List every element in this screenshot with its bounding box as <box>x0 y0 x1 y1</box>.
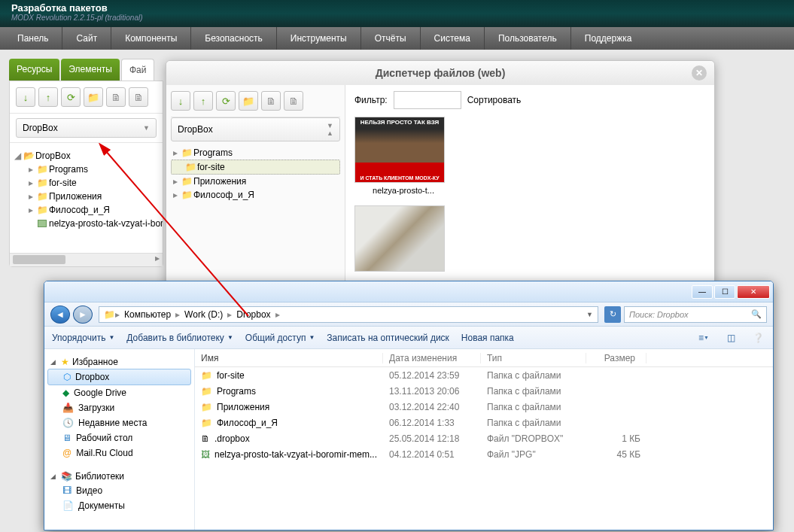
tree-item-programs[interactable]: ▸📁Programs <box>171 146 340 160</box>
chevron-down-icon[interactable]: ▼ <box>586 311 593 318</box>
menu-site[interactable]: Сайт <box>62 27 111 50</box>
favorites-group[interactable]: ◢★Избранное <box>47 355 191 369</box>
menu-reports[interactable]: Отчёты <box>361 27 421 50</box>
favorites-label: Избранное <box>72 357 118 367</box>
menu-system[interactable]: Система <box>421 27 485 50</box>
sidebar-item-recent[interactable]: 🕓Недавние места <box>47 415 191 430</box>
expand-button[interactable]: ↑ <box>193 91 213 111</box>
menu-panel[interactable]: Панель <box>4 27 62 50</box>
breadcrumb-seg-work[interactable]: Work (D:) <box>180 309 227 320</box>
burn-button[interactable]: Записать на оптический диск <box>327 333 449 343</box>
new-folder-button[interactable]: Новая папка <box>461 333 514 343</box>
sidebar-item-gdrive[interactable]: ◆Google Drive <box>47 385 191 400</box>
tree-item-forsite[interactable]: ▸📁for-site <box>26 176 160 190</box>
expand-icon: ▸ <box>171 147 180 158</box>
thumbnail-item[interactable] <box>354 205 452 272</box>
libraries-group[interactable]: ◢📚Библиотеки <box>47 470 191 483</box>
menu-tools[interactable]: Инструменты <box>277 27 361 50</box>
breadcrumb-seg-computer[interactable]: Компьютер <box>120 309 175 320</box>
tree-label: Programs <box>49 164 88 175</box>
search-input[interactable]: Поиск: Dropbox 🔍 <box>624 306 767 323</box>
maximize-button[interactable]: ☐ <box>714 285 735 299</box>
tab-elements[interactable]: Элементы <box>61 59 120 81</box>
col-type[interactable]: Тип <box>481 353 586 363</box>
collapse-button[interactable]: ↓ <box>16 87 35 107</box>
expand-icon: ▸ <box>171 190 180 200</box>
breadcrumb[interactable]: 📁 ▸ Компьютер ▸ Work (D:) ▸ Dropbox ▸ ▼ <box>99 306 598 323</box>
refresh-button[interactable]: ⟳ <box>216 91 236 111</box>
tree-item-apps[interactable]: ▸📁Приложения <box>26 190 160 203</box>
search-icon: 🔍 <box>751 309 762 319</box>
file-date: 13.11.2013 20:06 <box>383 386 481 397</box>
new-file-button[interactable]: 🗎 <box>106 87 126 107</box>
share-button[interactable]: Общий доступ▼ <box>245 333 315 343</box>
minimize-button[interactable]: — <box>692 285 713 299</box>
collapse-button[interactable]: ↓ <box>171 91 190 111</box>
sidebar-item-documents[interactable]: 📄Документы <box>47 498 191 513</box>
modal-source-select[interactable]: DropBox ▼▲ <box>171 117 340 141</box>
upload-button[interactable]: 🗎 <box>284 91 303 111</box>
new-file-button[interactable]: 🗎 <box>261 91 281 111</box>
gdrive-icon: ◆ <box>62 388 69 398</box>
tree-item-programs[interactable]: ▸📁Programs <box>26 163 160 176</box>
menu-support[interactable]: Поддержка <box>571 27 646 50</box>
sidebar-item-dropbox[interactable]: ⬡Dropbox <box>47 369 191 385</box>
source-select[interactable]: DropBox ▼ <box>16 118 157 138</box>
preview-pane-button[interactable]: ◫ <box>723 331 738 345</box>
source-select-value: DropBox <box>178 124 213 135</box>
file-row[interactable]: 🖼nelzya-prosto-tak-vzyat-i-boromir-mem..… <box>195 446 773 462</box>
add-to-library-button[interactable]: Добавить в библиотеку▼ <box>126 333 233 343</box>
view-options-button[interactable]: ≡▼ <box>696 331 711 345</box>
horizontal-scrollbar[interactable] <box>10 253 163 266</box>
col-date[interactable]: Дата изменения <box>383 353 481 363</box>
tree-item-phil[interactable]: ▸📁Философ_и_Я <box>26 203 160 217</box>
folder-open-icon: 📂 <box>22 150 35 161</box>
sidebar-item-mailru[interactable]: @Mail.Ru Cloud <box>47 445 191 461</box>
upload-button[interactable]: 🗎 <box>129 87 148 107</box>
filter-input[interactable] <box>394 91 461 109</box>
refresh-button[interactable]: ↻ <box>604 306 621 323</box>
file-row[interactable]: 🗎.dropbox25.05.2014 12:18Файл "DROPBOX"1… <box>195 430 773 446</box>
tab-resources[interactable]: Ресурсы <box>9 59 59 81</box>
refresh-button[interactable]: ⟳ <box>61 87 81 107</box>
explorer-toolbar: Упорядочить▼ Добавить в библиотеку▼ Общи… <box>44 327 773 349</box>
sidebar-item-video[interactable]: 🎞Видео <box>47 483 191 498</box>
close-button[interactable]: ✕ <box>737 285 770 299</box>
organize-button[interactable]: Упорядочить▼ <box>52 333 114 343</box>
forward-button[interactable]: ► <box>73 306 93 324</box>
col-size[interactable]: Размер <box>586 353 646 363</box>
menu-components[interactable]: Компоненты <box>111 27 191 50</box>
tree-item-forsite[interactable]: 📁for-site <box>171 160 340 175</box>
close-icon: ✕ <box>695 68 703 78</box>
tree-item-apps[interactable]: ▸📁Приложения <box>171 175 340 188</box>
folder-icon: 📁 <box>35 178 49 188</box>
titlebar[interactable]: — ☐ ✕ <box>44 281 773 302</box>
new-folder-button[interactable]: 📁 <box>239 91 258 111</box>
file-row[interactable]: 📁for-site05.12.2014 23:59Папка с файлами <box>195 367 773 383</box>
tree-item-file[interactable]: nelzya-prosto-tak-vzyat-i-bor <box>26 217 160 230</box>
thumbnail-item[interactable]: nelzya-prosto-t... <box>354 117 452 195</box>
file-row[interactable]: 📁Programs13.11.2013 20:06Папка с файлами <box>195 383 773 399</box>
recent-icon: 🕓 <box>62 418 74 428</box>
new-folder-button[interactable]: 📁 <box>84 87 103 107</box>
file-name: .dropbox <box>214 433 250 444</box>
tree-root[interactable]: ◢ 📂 DropBox <box>13 149 160 163</box>
close-button[interactable]: ✕ <box>692 65 707 81</box>
file-row[interactable]: 📁Философ_и_Я06.12.2014 1:33Папка с файла… <box>195 415 773 430</box>
tree-item-phil[interactable]: ▸📁Философ_и_Я <box>171 188 340 202</box>
sidebar-item-downloads[interactable]: 📥Загрузки <box>47 400 191 415</box>
sidebar-item-desktop[interactable]: 🖥Рабочий стол <box>47 430 191 445</box>
chevron-down-icon: ▼ <box>227 334 233 341</box>
col-name[interactable]: Имя <box>195 353 383 363</box>
menu-security[interactable]: Безопасность <box>191 27 277 50</box>
tab-files[interactable]: Фай <box>121 59 155 81</box>
explorer-file-list: Имя Дата изменения Тип Размер 📁for-site0… <box>195 349 773 530</box>
help-button[interactable]: ❔ <box>750 331 765 345</box>
expand-button[interactable]: ↑ <box>38 87 58 107</box>
tree-label: Приложения <box>193 176 246 187</box>
breadcrumb-seg-dropbox[interactable]: Dropbox <box>232 309 275 320</box>
back-button[interactable]: ◄ <box>50 306 70 324</box>
menu-user[interactable]: Пользователь <box>485 27 571 50</box>
file-row[interactable]: 📁Приложения03.12.2014 22:40Папка с файла… <box>195 399 773 415</box>
page-title: Разработка пакетов <box>11 2 783 14</box>
